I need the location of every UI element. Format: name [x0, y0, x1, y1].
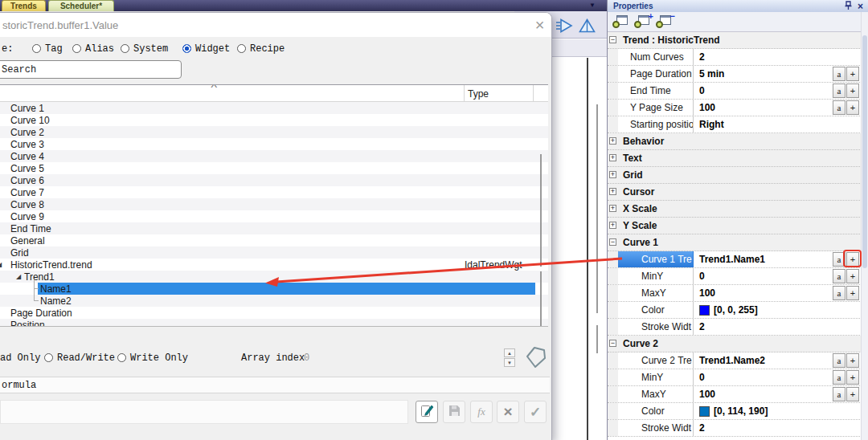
array-index-stepper[interactable]: ▲ ▼ [504, 348, 515, 368]
property-row[interactable]: MaxY 100 a + [608, 285, 862, 302]
radio-recipe[interactable] [237, 44, 246, 53]
expand-icon[interactable]: + [609, 188, 616, 195]
add-dynamic-button[interactable]: + [846, 252, 859, 267]
property-row-curve2-trend[interactable]: Curve 2 Tre Trend1.Name2 a + [608, 352, 862, 369]
attach-tag-button[interactable]: a [833, 252, 845, 267]
tree-expanded-icon[interactable]: ◢ [0, 261, 2, 268]
property-value[interactable]: 2 [694, 422, 862, 434]
attach-tag-button[interactable]: a [833, 100, 845, 115]
attach-tag-button[interactable]: a [833, 370, 845, 385]
list-item[interactable]: End Time [0, 222, 548, 234]
list-item[interactable]: Curve 2 [0, 126, 548, 138]
add-dynamic-button[interactable]: + [846, 387, 859, 401]
cancel-button[interactable]: × [497, 401, 519, 423]
scrollbar-thumb[interactable] [862, 35, 867, 268]
radio-alias-label[interactable]: Alias [85, 43, 114, 55]
radio-widget[interactable] [182, 44, 191, 53]
property-row[interactable]: MinY 0 a + [608, 268, 862, 285]
radio-read-only-label[interactable]: ad Only [0, 352, 40, 364]
radio-read-write[interactable] [44, 353, 53, 362]
expand-icon[interactable]: + [609, 222, 616, 229]
property-row[interactable]: Page Duration 5 min a + [608, 66, 862, 83]
list-item[interactable]: General [0, 234, 548, 246]
expand-icon[interactable]: + [609, 137, 616, 145]
attach-tag-button[interactable]: a [833, 84, 845, 98]
property-category-curve1[interactable]: − Curve 1 [608, 234, 862, 251]
radio-tag[interactable] [32, 44, 41, 53]
list-scrollbar[interactable] [540, 271, 542, 327]
list-item-name2[interactable]: Name2 [0, 295, 548, 307]
list-item[interactable]: Page Duration [0, 307, 548, 319]
property-category-text[interactable]: + Text [608, 150, 862, 167]
add-dynamic-button[interactable]: + [846, 84, 859, 98]
close-panel-icon[interactable]: × [858, 2, 863, 11]
formula-input[interactable] [0, 400, 408, 424]
collapse-icon[interactable]: − [609, 238, 616, 246]
array-index-value[interactable]: 0 [304, 352, 309, 364]
tab-overflow-icon[interactable]: ▼ [589, 2, 596, 9]
tree-expanded-icon[interactable]: ◢ [16, 273, 21, 280]
radio-write-only[interactable] [117, 353, 126, 362]
property-row[interactable]: Starting positio Right [608, 116, 862, 133]
list-item-trend1[interactable]: ◢ Trend1 [0, 271, 548, 283]
properties-view-icon[interactable] [612, 14, 630, 30]
list-item[interactable]: Curve 5 [0, 162, 548, 174]
property-category-yscale[interactable]: + Y Scale [608, 218, 862, 234]
expand-icon[interactable]: + [609, 205, 616, 212]
radio-widget-label[interactable]: Widget [195, 43, 230, 55]
search-input[interactable] [0, 60, 182, 79]
property-row-color[interactable]: Color [0, 114, 190] [608, 403, 862, 420]
list-item[interactable]: Curve 10 [0, 114, 548, 126]
property-category-behavior[interactable]: + Behavior [608, 133, 862, 150]
list-item[interactable]: Curve 9 [0, 210, 548, 222]
property-value[interactable]: Right [694, 119, 862, 130]
property-row-color[interactable]: Color [0, 0, 255] [608, 302, 862, 319]
list-header[interactable]: ^ Type [0, 85, 548, 102]
attach-tag-button[interactable]: a [833, 269, 845, 283]
expand-icon[interactable]: + [609, 171, 616, 178]
property-category-grid[interactable]: + Grid [608, 167, 862, 184]
stepper-up-icon[interactable]: ▲ [504, 348, 515, 357]
property-category-curve2[interactable]: − Curve 2 [608, 336, 862, 352]
tab-scheduler[interactable]: Scheduler* [48, 0, 114, 11]
radio-system-label[interactable]: System [133, 43, 168, 55]
list-item[interactable]: Curve 8 [0, 198, 548, 210]
formula-fx-button[interactable]: fx [470, 401, 493, 423]
list-item[interactable]: Grid [0, 246, 548, 259]
run-icon[interactable] [555, 18, 573, 36]
property-row[interactable]: Y Page Size 100 a + [608, 100, 862, 116]
property-row[interactable]: MaxY 100 a + [608, 386, 862, 403]
color-swatch[interactable] [699, 305, 710, 316]
list-item-historictrend[interactable]: ◢ HistoricTrend.trend IdalTrendWgt [0, 259, 548, 271]
property-value[interactable]: 2 [694, 51, 862, 63]
attach-tag-button[interactable]: a [833, 387, 845, 401]
property-group-header[interactable]: − Trend : HistoricTrend [608, 32, 862, 49]
tag-icon[interactable] [522, 344, 550, 370]
simulate-icon[interactable] [579, 18, 596, 36]
radio-tag-label[interactable]: Tag [45, 43, 63, 55]
properties-scrollbar[interactable] [861, 12, 868, 440]
list-item-name1-selected[interactable]: Name1 [0, 283, 548, 295]
add-dynamic-button[interactable]: + [846, 353, 859, 368]
property-category-cursor[interactable]: + Cursor [608, 184, 862, 201]
list-item[interactable]: Curve 1 [0, 102, 548, 114]
property-row[interactable]: Stroke Widt 2 [608, 319, 862, 336]
add-dynamic-button[interactable]: + [846, 100, 859, 115]
radio-system[interactable] [121, 44, 129, 53]
property-row[interactable]: MinY 0 a + [608, 369, 862, 386]
canvas-scrollbar-segment[interactable] [596, 325, 598, 353]
list-item[interactable]: Curve 3 [0, 138, 548, 150]
add-dynamic-button[interactable]: + [846, 370, 859, 385]
collapse-icon[interactable]: − [609, 36, 616, 43]
pin-icon[interactable] [844, 1, 853, 12]
apply-button[interactable]: ✓ [524, 401, 547, 423]
collapse-icon[interactable]: − [609, 340, 616, 347]
radio-read-write-label[interactable]: Read/Write [57, 352, 115, 364]
radio-recipe-label[interactable]: Recipe [250, 43, 285, 55]
stepper-down-icon[interactable]: ▼ [504, 358, 515, 367]
property-row[interactable]: Stroke Widt 2 [608, 420, 862, 437]
list-item[interactable]: Curve 6 [0, 174, 548, 186]
list-item[interactable]: Position [0, 319, 548, 327]
list-item[interactable]: Curve 7 [0, 186, 548, 198]
radio-alias[interactable] [72, 44, 81, 53]
